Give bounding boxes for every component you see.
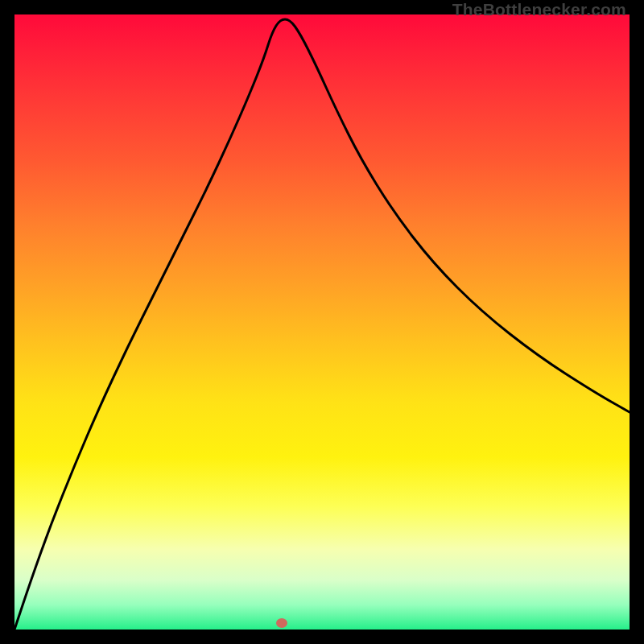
bottleneck-curve-line	[14, 19, 630, 630]
data-marker	[276, 618, 287, 628]
chart-svg	[0, 0, 644, 644]
chart-frame: TheBottlenecker.com	[0, 0, 644, 644]
watermark-text: TheBottlenecker.com	[452, 0, 626, 19]
